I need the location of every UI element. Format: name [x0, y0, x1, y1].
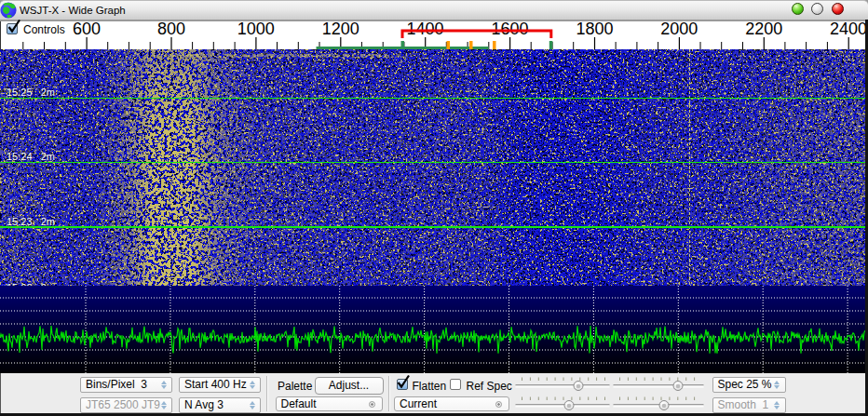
svg-text:2200: 2200	[745, 21, 782, 38]
svg-text:1800: 1800	[576, 21, 613, 38]
svg-text:1000: 1000	[237, 21, 275, 38]
svg-text:2000: 2000	[660, 21, 698, 38]
svg-text:600: 600	[73, 21, 101, 38]
svg-text:2400: 2400	[830, 21, 867, 38]
svg-text:800: 800	[157, 21, 185, 38]
svg-text:1200: 1200	[322, 21, 359, 38]
